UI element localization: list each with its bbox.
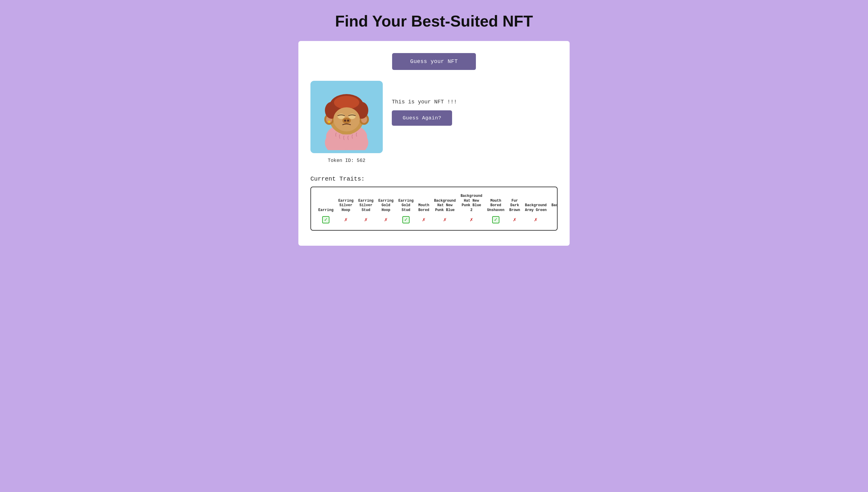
check-icon: ✓: [402, 216, 410, 223]
trait-value-3: ✗: [376, 214, 396, 225]
svg-point-12: [334, 96, 359, 109]
cross-icon: ✗: [511, 216, 518, 223]
trait-header-3: Earring Gold Hoop: [376, 193, 396, 214]
traits-table: EarringEarring Silver HoopEarring Silver…: [316, 193, 558, 225]
content-row: Token ID: 562 This is your NFT !!! Guess…: [310, 81, 558, 164]
svg-point-18: [347, 120, 349, 122]
traits-value-row: ✓✗✗✗✓✗✗✗✓✗✗✓✓: [316, 214, 558, 225]
guess-again-button[interactable]: Guess Again?: [392, 110, 452, 126]
cross-icon: ✗: [420, 216, 427, 223]
nft-section: Token ID: 562: [310, 81, 383, 164]
trait-header-6: Background Hat New Punk Blue: [432, 193, 458, 214]
main-card: Guess your NFT: [298, 41, 570, 246]
nft-image-box: [310, 81, 383, 153]
svg-point-15: [349, 114, 356, 119]
traits-label: Current Traits:: [310, 175, 558, 182]
trait-header-7: Background Hat New Punk Blue 2: [458, 193, 485, 214]
trait-value-5: ✗: [416, 214, 432, 225]
trait-value-6: ✗: [432, 214, 458, 225]
trait-value-10: ✗: [522, 214, 549, 225]
svg-point-14: [337, 114, 345, 119]
cross-icon: ✗: [382, 216, 389, 223]
trait-header-2: Earring Silver Stud: [356, 193, 376, 214]
trait-header-10: Background Army Green: [522, 193, 549, 214]
svg-point-16: [342, 118, 351, 124]
trait-header-1: Earring Silver Hoop: [336, 193, 356, 214]
trait-header-4: Earring Gold Stud: [396, 193, 416, 214]
trait-header-11: Background Blue: [549, 193, 558, 214]
svg-point-17: [344, 120, 346, 122]
trait-value-7: ✗: [458, 214, 485, 225]
svg-point-19: [328, 121, 330, 123]
cross-icon: ✗: [362, 216, 369, 223]
check-icon: ✓: [492, 216, 500, 223]
trait-value-9: ✗: [507, 214, 522, 225]
guess-nft-button[interactable]: Guess your NFT: [392, 53, 476, 70]
token-id: Token ID: 562: [328, 158, 365, 164]
trait-header-8: Mouth Bored Unshaven: [485, 193, 507, 214]
trait-value-11: ✓: [549, 214, 558, 225]
check-icon: ✓: [322, 216, 329, 223]
traits-section: Current Traits: EarringEarring Silver Ho…: [310, 175, 558, 230]
cross-icon: ✗: [342, 216, 350, 223]
page-title: Find Your Best-Suited NFT: [335, 12, 533, 30]
trait-value-4: ✓: [396, 214, 416, 225]
trait-header-0: Earring: [316, 193, 336, 214]
traits-header-row: EarringEarring Silver HoopEarring Silver…: [316, 193, 558, 214]
cross-icon: ✗: [532, 216, 539, 223]
cross-icon: ✗: [441, 216, 449, 223]
cross-icon: ✗: [468, 216, 475, 223]
trait-value-0: ✓: [316, 214, 336, 225]
trait-value-8: ✓: [485, 214, 507, 225]
trait-value-1: ✗: [336, 214, 356, 225]
nft-image: [313, 84, 380, 150]
trait-value-2: ✗: [356, 214, 376, 225]
trait-header-5: Mouth Bored: [416, 193, 432, 214]
nft-result-text: This is your NFT !!!: [392, 99, 457, 105]
trait-header-9: Fur Dark Brown: [507, 193, 522, 214]
right-section: This is your NFT !!! Guess Again?: [392, 81, 558, 126]
traits-table-wrapper: EarringEarring Silver HoopEarring Silver…: [310, 187, 558, 230]
